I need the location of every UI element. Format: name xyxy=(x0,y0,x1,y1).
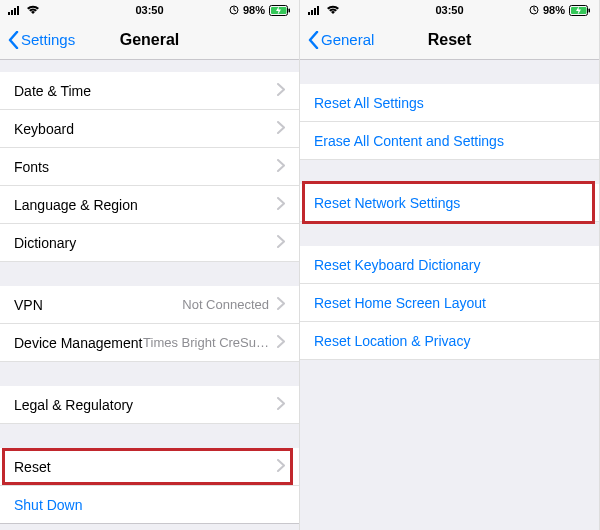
screen-reset: 03:50 98% General Reset Reset All Settin… xyxy=(300,0,600,530)
svg-rect-15 xyxy=(589,8,591,12)
row-dictionary[interactable]: Dictionary xyxy=(0,224,299,262)
cellular-signal-icon xyxy=(308,5,322,15)
back-label: General xyxy=(321,31,374,48)
row-reset-home-screen[interactable]: Reset Home Screen Layout xyxy=(300,284,599,322)
row-reset-location-privacy[interactable]: Reset Location & Privacy xyxy=(300,322,599,360)
row-vpn[interactable]: VPN Not Connected xyxy=(0,286,299,324)
chevron-right-icon xyxy=(277,83,285,99)
svg-rect-3 xyxy=(17,6,19,15)
status-battery-pct: 98% xyxy=(543,4,565,16)
cell-label: Reset Network Settings xyxy=(314,195,460,211)
chevron-right-icon xyxy=(277,121,285,137)
row-reset[interactable]: Reset xyxy=(0,448,299,486)
cell-detail: Times Bright CreSu… xyxy=(142,335,275,350)
cell-label: Legal & Regulatory xyxy=(14,397,133,413)
svg-rect-1 xyxy=(11,10,13,15)
row-shut-down[interactable]: Shut Down xyxy=(0,486,299,524)
battery-icon xyxy=(569,5,591,16)
row-reset-all-settings[interactable]: Reset All Settings xyxy=(300,84,599,122)
status-bar: 03:50 98% xyxy=(300,0,599,20)
chevron-right-icon xyxy=(277,197,285,213)
settings-list: Date & Time Keyboard Fonts Language & Re… xyxy=(0,60,299,530)
row-reset-network-settings[interactable]: Reset Network Settings xyxy=(300,184,599,222)
svg-rect-0 xyxy=(8,12,10,15)
cell-label: Language & Region xyxy=(14,197,138,213)
svg-rect-11 xyxy=(317,6,319,15)
row-legal-regulatory[interactable]: Legal & Regulatory xyxy=(0,386,299,424)
svg-rect-7 xyxy=(289,8,291,12)
cell-label: Reset All Settings xyxy=(314,95,424,111)
back-label: Settings xyxy=(21,31,75,48)
svg-rect-2 xyxy=(14,8,16,15)
cell-detail: Not Connected xyxy=(43,297,275,312)
wifi-icon xyxy=(26,5,40,15)
cell-label: Fonts xyxy=(14,159,49,175)
chevron-right-icon xyxy=(277,297,285,313)
wifi-icon xyxy=(326,5,340,15)
cell-label: Keyboard xyxy=(14,121,74,137)
nav-bar: Settings General xyxy=(0,20,299,60)
location-arrow-icon xyxy=(229,5,239,15)
status-battery-pct: 98% xyxy=(243,4,265,16)
row-device-management[interactable]: Device Management Times Bright CreSu… xyxy=(0,324,299,362)
row-erase-all-content[interactable]: Erase All Content and Settings xyxy=(300,122,599,160)
chevron-right-icon xyxy=(277,335,285,351)
status-bar: 03:50 98% xyxy=(0,0,299,20)
back-button[interactable]: General xyxy=(308,31,374,49)
cellular-signal-icon xyxy=(8,5,22,15)
cell-label: Reset Location & Privacy xyxy=(314,333,470,349)
nav-title: Reset xyxy=(428,31,472,49)
nav-title: General xyxy=(120,31,180,49)
chevron-right-icon xyxy=(277,235,285,251)
row-reset-keyboard-dictionary[interactable]: Reset Keyboard Dictionary xyxy=(300,246,599,284)
cell-label: Reset Home Screen Layout xyxy=(314,295,486,311)
svg-rect-10 xyxy=(314,8,316,15)
cell-label: Reset Keyboard Dictionary xyxy=(314,257,481,273)
cell-label: Shut Down xyxy=(14,497,82,513)
chevron-right-icon xyxy=(277,397,285,413)
back-button[interactable]: Settings xyxy=(8,31,75,49)
cell-label: Date & Time xyxy=(14,83,91,99)
row-keyboard[interactable]: Keyboard xyxy=(0,110,299,148)
cell-label: Reset xyxy=(14,459,51,475)
row-language-region[interactable]: Language & Region xyxy=(0,186,299,224)
chevron-right-icon xyxy=(277,459,285,475)
svg-rect-9 xyxy=(311,10,313,15)
nav-bar: General Reset xyxy=(300,20,599,60)
row-fonts[interactable]: Fonts xyxy=(0,148,299,186)
cell-label: Device Management xyxy=(14,335,142,351)
cell-label: Dictionary xyxy=(14,235,76,251)
screen-general: 03:50 98% Settings General Date & Time K… xyxy=(0,0,300,530)
chevron-right-icon xyxy=(277,159,285,175)
location-arrow-icon xyxy=(529,5,539,15)
row-date-time[interactable]: Date & Time xyxy=(0,72,299,110)
cell-label: VPN xyxy=(14,297,43,313)
cell-label: Erase All Content and Settings xyxy=(314,133,504,149)
chevron-left-icon xyxy=(8,31,19,49)
battery-icon xyxy=(269,5,291,16)
status-time: 03:50 xyxy=(135,4,163,16)
svg-rect-8 xyxy=(308,12,310,15)
chevron-left-icon xyxy=(308,31,319,49)
status-time: 03:50 xyxy=(435,4,463,16)
reset-list: Reset All Settings Erase All Content and… xyxy=(300,60,599,530)
